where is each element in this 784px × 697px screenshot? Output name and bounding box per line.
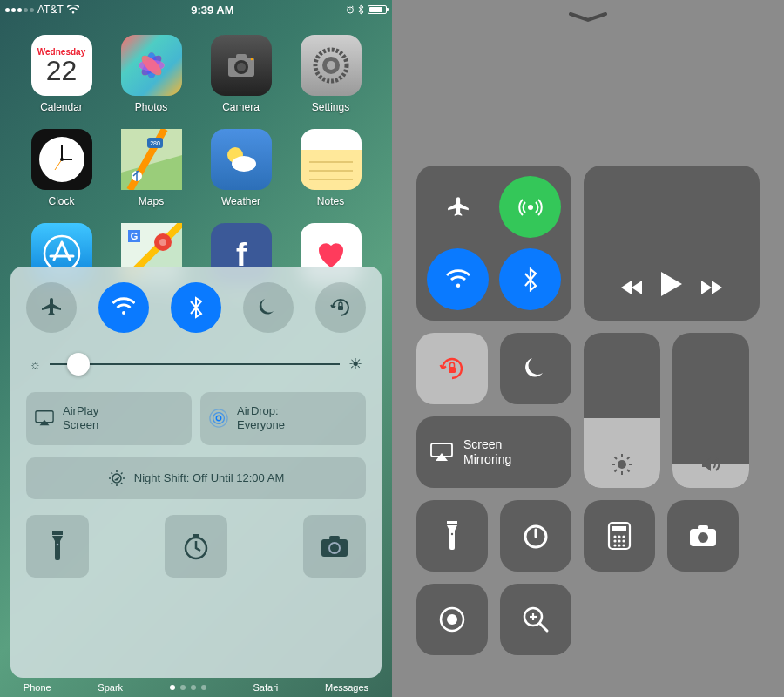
dnd-toggle[interactable]	[500, 333, 571, 404]
svg-point-59	[618, 460, 626, 469]
bluetooth-icon	[518, 267, 543, 292]
svg-point-68	[451, 533, 453, 535]
airplay-icon	[430, 443, 453, 462]
connectivity-tile[interactable]	[416, 166, 571, 321]
svg-point-21	[60, 158, 64, 161]
airdrop-icon	[209, 409, 228, 428]
screen-record-button[interactable]	[416, 584, 488, 655]
svg-rect-57	[449, 367, 456, 373]
weather-icon	[220, 138, 263, 181]
svg-point-50	[57, 543, 59, 545]
screen-record-icon	[437, 605, 467, 634]
clock-time: 9:39 AM	[191, 3, 233, 17]
app-photos[interactable]: Photos	[111, 35, 192, 113]
camera-button[interactable]	[667, 500, 739, 572]
calculator-button[interactable]	[584, 500, 655, 572]
brightness-icon	[611, 453, 633, 476]
airdrop-button[interactable]: AirDrop: Everyone	[200, 392, 366, 445]
svg-point-38	[216, 416, 221, 422]
dock-label: Spark	[98, 682, 123, 693]
dock-label: Safari	[253, 682, 279, 693]
toggle-row	[26, 282, 366, 333]
app-calendar[interactable]: Wednesday22 Calendar	[21, 35, 102, 113]
media-tile[interactable]	[584, 166, 760, 321]
facebook-icon: f	[224, 236, 259, 271]
airplane-toggle[interactable]	[26, 282, 77, 333]
wifi-icon	[67, 5, 79, 14]
dock-label: Phone	[24, 682, 51, 693]
svg-line-64	[615, 457, 618, 460]
ios10-screen: AT&T 9:39 AM Wednesday22 Calendar Photos…	[0, 0, 392, 697]
flashlight-icon	[437, 521, 467, 551]
dock-label: Messages	[325, 682, 368, 693]
timer-button[interactable]	[165, 515, 227, 578]
alarm-icon	[346, 5, 355, 14]
airplane-icon	[40, 296, 63, 319]
app-settings[interactable]: Settings	[290, 35, 371, 113]
svg-point-79	[618, 544, 620, 546]
svg-point-74	[622, 535, 625, 538]
svg-point-73	[618, 535, 620, 538]
wifi-toggle[interactable]	[427, 248, 489, 310]
rotation-lock-toggle[interactable]	[315, 282, 366, 333]
control-center-ios11: Screen Mirroring	[416, 166, 760, 655]
app-label: Notes	[317, 195, 344, 207]
cellular-toggle[interactable]	[499, 176, 561, 238]
svg-point-13	[250, 58, 252, 60]
bluetooth-toggle[interactable]	[171, 282, 221, 333]
brightness-slider[interactable]	[584, 333, 660, 488]
camera-icon	[223, 47, 260, 84]
wifi-icon	[446, 267, 470, 292]
timer-button[interactable]	[500, 500, 571, 572]
calculator-icon	[605, 521, 634, 551]
airplane-icon	[446, 195, 470, 220]
flashlight-button[interactable]	[416, 500, 488, 572]
volume-slider[interactable]	[672, 333, 749, 488]
airplay-button[interactable]: AirPlay Screen	[26, 392, 192, 445]
calendar-day: 22	[46, 57, 78, 85]
bluetooth-status-icon	[358, 4, 364, 15]
brightness-slider[interactable]: ☼ ☀	[30, 355, 362, 373]
app-maps[interactable]: 280 Maps	[111, 129, 192, 207]
app-label: Clock	[48, 195, 74, 207]
flashlight-button[interactable]	[26, 515, 89, 578]
svg-point-82	[698, 532, 708, 543]
app-label: Weather	[221, 195, 260, 207]
bluetooth-toggle[interactable]	[499, 248, 561, 310]
svg-line-47	[121, 483, 123, 484]
page-indicator[interactable]	[170, 685, 206, 690]
app-clock[interactable]: Clock	[21, 129, 102, 207]
camera-button[interactable]	[303, 515, 366, 578]
nightshift-label: Night Shift: Off Until 12:00 AM	[134, 471, 284, 484]
nightshift-button[interactable]: Night Shift: Off Until 12:00 AM	[26, 457, 366, 499]
dnd-toggle[interactable]	[243, 282, 294, 333]
ios11-screen: Screen Mirroring	[392, 0, 784, 697]
camera-icon	[320, 531, 349, 561]
svg-point-56	[528, 205, 533, 210]
app-label: Maps	[139, 195, 164, 207]
svg-rect-12	[236, 54, 247, 59]
svg-point-78	[613, 544, 616, 546]
rotation-lock-icon	[329, 296, 352, 319]
svg-point-32	[159, 239, 166, 246]
wifi-icon	[112, 296, 135, 319]
app-weather[interactable]: Weather	[200, 129, 281, 207]
svg-rect-71	[612, 526, 626, 531]
svg-point-75	[613, 539, 616, 542]
rotation-lock-toggle[interactable]	[416, 333, 488, 404]
svg-line-49	[121, 472, 123, 474]
svg-rect-83	[698, 525, 708, 530]
notes-icon	[301, 129, 362, 190]
app-label: Settings	[312, 101, 349, 113]
screen-mirroring-button[interactable]: Screen Mirroring	[416, 416, 571, 488]
rewind-icon	[621, 279, 644, 296]
app-notes[interactable]: Notes	[290, 129, 371, 207]
airplane-toggle[interactable]	[427, 176, 489, 238]
magnifier-button[interactable]	[500, 584, 571, 655]
wifi-toggle[interactable]	[98, 282, 149, 333]
svg-point-11	[237, 63, 246, 71]
svg-point-77	[622, 539, 625, 542]
app-camera[interactable]: Camera	[200, 35, 281, 113]
svg-point-85	[447, 614, 457, 625]
grabber-icon[interactable]	[569, 12, 607, 23]
